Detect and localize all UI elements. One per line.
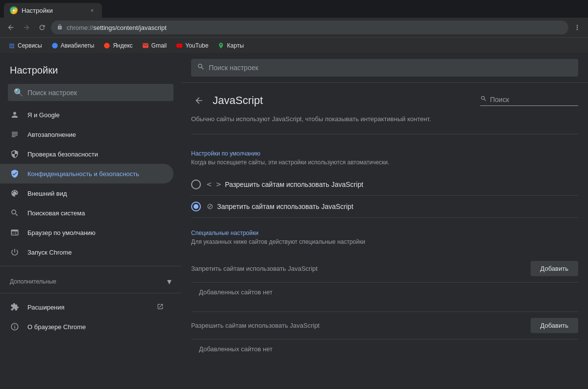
forward-button[interactable]: [20, 21, 33, 34]
block-sites-label: Запретить сайтам использовать JavaScript: [191, 265, 318, 272]
sidebar-search-icon: 🔍: [14, 88, 24, 97]
sidebar-item-autofill[interactable]: Автозаполнение: [0, 125, 173, 144]
svg-point-2: [104, 43, 110, 49]
external-link-icon: [157, 303, 164, 311]
nav-bar: chrome://settings/content/javascript: [0, 18, 588, 37]
default-settings-header: Настройки по умолчанию: [191, 150, 578, 157]
sidebar-search-box[interactable]: 🔍: [8, 84, 173, 101]
allow-sites-label: Разрешить сайтам использовать JavaScript: [191, 322, 319, 329]
default-settings-section: Настройки по умолчанию Когда вы посещает…: [191, 134, 578, 218]
allow-js-option[interactable]: < > Разрешить сайтам использовать JavaSc…: [191, 174, 578, 196]
shield-icon: [10, 149, 20, 159]
special-settings-header: Специальные настройки: [191, 230, 578, 236]
expand-icon: ▾: [167, 276, 172, 287]
about-icon: [10, 322, 20, 332]
person-icon: [10, 110, 20, 120]
gmail-icon: [142, 42, 149, 50]
default-settings-sub: Когда вы посещаете сайты, эти настройки …: [191, 159, 578, 166]
bookmark-gmail[interactable]: Gmail: [138, 40, 171, 52]
block-sites-row: Запретить сайтам использовать JavaScript…: [191, 255, 578, 283]
sidebar-item-search-label: Поисковая система: [27, 209, 85, 217]
bookmark-aviabilety[interactable]: Авиабилеты: [47, 40, 98, 52]
advanced-section[interactable]: Дополнительные ▾: [0, 270, 181, 289]
allow-icon: < >: [207, 180, 221, 189]
maps-icon: [217, 42, 225, 50]
sidebar-item-google[interactable]: Я и Google: [0, 105, 173, 125]
sidebar-search-input[interactable]: [27, 89, 168, 97]
startup-icon: [10, 247, 20, 257]
reload-button[interactable]: [35, 21, 49, 34]
bookmark-maps[interactable]: Карты: [213, 40, 247, 52]
sidebar-item-about[interactable]: О браузере Chrome: [0, 317, 173, 337]
block-empty-message: Добавленных сайтов нет: [191, 283, 578, 302]
services-label: Сервисы: [18, 42, 42, 49]
sidebar-item-appearance[interactable]: Внешний вид: [0, 183, 173, 203]
sidebar-item-security[interactable]: Проверка безопасности: [0, 144, 173, 164]
gmail-label: Gmail: [151, 42, 167, 49]
allow-js-label: < > Разрешить сайтам использовать JavaSc…: [207, 180, 363, 189]
services-icon: [8, 42, 16, 50]
appearance-icon: [10, 188, 20, 198]
settings-search-input[interactable]: [209, 64, 572, 72]
extensions-label: Расширения: [27, 304, 149, 311]
sidebar-item-extensions[interactable]: Расширения: [0, 297, 173, 317]
allow-empty-message: Добавленных сайтов нет: [191, 339, 578, 359]
js-header: JavaScript: [191, 83, 578, 114]
bookmark-yandex[interactable]: Яндекс: [99, 40, 136, 52]
aviabilety-icon: [51, 42, 59, 50]
settings-search-icon: [197, 63, 205, 73]
sidebar-item-privacy-label: Конфиденциальность и безопасность: [27, 170, 139, 178]
block-js-option[interactable]: ⊘ Запретить сайтам использовать JavaScri…: [191, 196, 578, 218]
default-browser-icon: [10, 228, 20, 237]
sidebar: Настройки 🔍 Я и Google Автоза: [0, 53, 181, 389]
sidebar-item-search[interactable]: Поисковая система: [0, 203, 173, 223]
page-title: JavaScript: [213, 94, 263, 107]
js-title-area: JavaScript: [191, 93, 263, 108]
tab-favicon: [10, 6, 18, 14]
add-allow-button[interactable]: Добавить: [531, 318, 578, 333]
back-to-content-button[interactable]: [191, 93, 207, 108]
maps-label: Карты: [227, 42, 244, 49]
sidebar-item-browser-label: Браузер по умолчанию: [27, 229, 96, 236]
tab-title: Настройки: [22, 7, 84, 14]
sidebar-item-security-label: Проверка безопасности: [27, 151, 98, 158]
sidebar-divider-2: [0, 293, 181, 293]
content-search-box[interactable]: [480, 95, 578, 106]
block-icon: ⊘: [207, 202, 213, 211]
aviabilety-label: Авиабилеты: [61, 42, 95, 49]
about-label: О браузере Chrome: [27, 323, 86, 331]
address-bar[interactable]: chrome://settings/content/javascript: [51, 21, 568, 34]
block-js-label: ⊘ Запретить сайтам использовать JavaScri…: [207, 202, 353, 211]
special-settings-section: Специальные настройки Для указанных ниже…: [191, 230, 578, 359]
bookmarks-bar: Сервисы Авиабилеты Яндекс Gmail YouTube: [0, 37, 588, 53]
yandex-icon: [103, 42, 111, 50]
content-search-input[interactable]: [490, 96, 564, 104]
url-display: chrome://settings/content/javascript: [67, 24, 563, 31]
youtube-icon: [175, 42, 183, 50]
sidebar-item-browser[interactable]: Браузер по умолчанию: [0, 223, 173, 242]
allow-radio-button[interactable]: [191, 180, 201, 189]
block-radio-button[interactable]: [191, 202, 201, 211]
tab-close-button[interactable]: ×: [88, 6, 96, 14]
active-tab[interactable]: Настройки ×: [4, 3, 102, 18]
menu-button[interactable]: [570, 21, 584, 34]
special-settings-sub: Для указанных ниже сайтов действуют спец…: [191, 238, 578, 245]
privacy-icon: [10, 169, 20, 179]
add-block-button[interactable]: Добавить: [531, 261, 578, 276]
youtube-label: YouTube: [185, 42, 208, 49]
main-content: Настройки 🔍 Я и Google Автоза: [0, 53, 588, 389]
settings-search-box[interactable]: [191, 59, 578, 77]
sidebar-item-google-label: Я и Google: [27, 111, 60, 119]
main-panel: JavaScript Обычно сайты используют JavaS…: [181, 53, 588, 389]
sidebar-item-startup[interactable]: Запуск Chrome: [0, 242, 173, 262]
allow-sites-section: Разрешить сайтам использовать JavaScript…: [191, 311, 578, 359]
sidebar-item-privacy[interactable]: Конфиденциальность и безопасность: [0, 164, 173, 183]
sidebar-item-startup-label: Запуск Chrome: [27, 249, 72, 256]
bookmark-services[interactable]: Сервисы: [4, 40, 46, 52]
sidebar-divider: [0, 266, 181, 266]
autofill-icon: [10, 130, 20, 139]
back-button[interactable]: [4, 21, 18, 34]
bookmark-youtube[interactable]: YouTube: [172, 40, 212, 52]
tab-bar: Настройки ×: [0, 0, 588, 18]
js-content: JavaScript Обычно сайты используют JavaS…: [181, 83, 588, 359]
